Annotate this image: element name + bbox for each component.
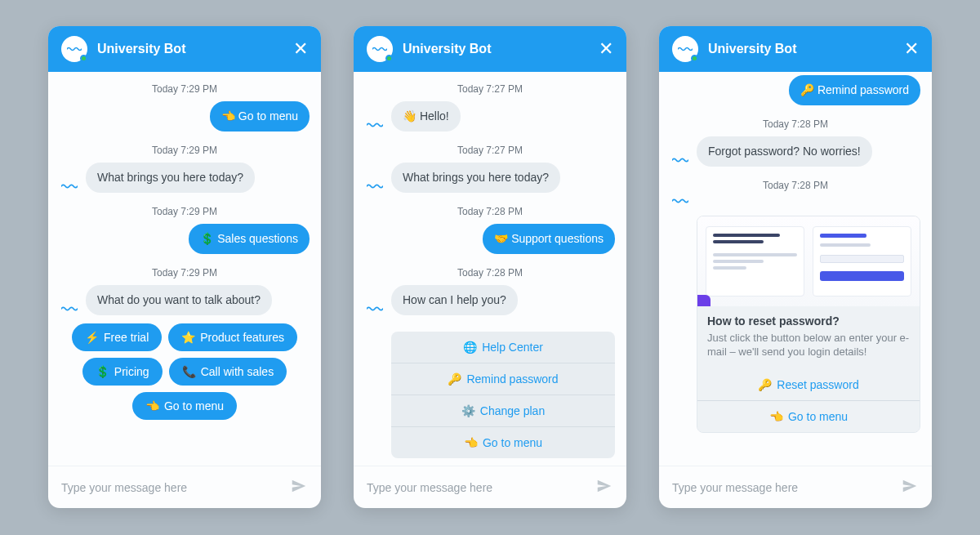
chat-header: University Bot ✕	[48, 26, 321, 72]
user-text: Remind password	[817, 83, 909, 96]
chat-body[interactable]: Today 7:29 PM 👈Go to menu Today 7:29 PM …	[48, 72, 321, 466]
bot-bubble: What brings you here today?	[391, 163, 560, 193]
emoji: 👈	[145, 399, 159, 412]
emoji: 👈	[769, 410, 783, 423]
emoji: 🔑	[758, 378, 772, 391]
send-button[interactable]	[595, 477, 613, 498]
bot-avatar	[672, 36, 698, 62]
chat-header: University Bot ✕	[354, 26, 626, 72]
bot-message-row	[670, 198, 920, 207]
bot-message-row: What do you want to talk about?	[60, 285, 310, 315]
timestamp: Today 7:28 PM	[365, 206, 615, 217]
timestamp: Today 7:29 PM	[60, 83, 310, 95]
quick-reply-chip[interactable]: 📞Call with sales	[169, 358, 287, 386]
bot-bubble: Forgot password? No worries!	[697, 136, 872, 167]
bot-message-row	[365, 320, 615, 323]
status-online-icon	[385, 55, 393, 62]
emoji: 👋	[403, 109, 416, 123]
status-online-icon	[80, 55, 87, 62]
chat-body[interactable]: 🔑Remind password Today 7:28 PM Forgot pa…	[659, 72, 932, 466]
user-text: Sales questions	[217, 232, 298, 245]
card-action-list: 🔑Reset password👈Go to menu	[697, 369, 920, 432]
message-input[interactable]	[367, 481, 595, 494]
quick-reply-chip[interactable]: ⚡Free trial	[72, 323, 162, 351]
quick-reply-chip[interactable]: ⭐Product features	[168, 323, 297, 351]
bot-text: What brings you here today?	[403, 171, 549, 184]
user-text: Support questions	[511, 232, 604, 245]
action-label: Go to menu	[788, 410, 848, 423]
bot-message-row: Forgot password? No worries!	[670, 136, 920, 167]
quick-reply-chip[interactable]: 👈Go to menu	[132, 392, 237, 420]
chat-widget: University Bot ✕ Today 7:27 PM 👋 Hello! …	[354, 26, 626, 508]
user-bubble: 👈Go to menu	[210, 101, 310, 132]
emoji: 🔑	[800, 83, 814, 96]
menu-option[interactable]: ⚙️Change plan	[391, 395, 615, 427]
chip-label: Call with sales	[201, 365, 274, 378]
bot-message-row: What brings you here today?	[60, 163, 310, 193]
bot-name: University Bot	[97, 42, 293, 56]
bot-avatar	[367, 36, 393, 62]
emoji: 👈	[221, 109, 235, 123]
menu-option[interactable]: 👈Go to menu	[391, 427, 615, 458]
quick-reply-group: ⚡Free trial⭐Product features💲Pricing📞Cal…	[60, 323, 310, 420]
bot-text: How can I help you?	[403, 293, 506, 306]
emoji: 🌐	[463, 341, 477, 354]
emoji: 🔑	[448, 372, 461, 386]
card-image-right	[813, 226, 911, 296]
menu-label: Change plan	[480, 404, 545, 417]
menu-label: Help Center	[482, 341, 543, 354]
user-bubble: 💲Sales questions	[189, 224, 310, 254]
card-body: How to reset password? Just click the bu…	[697, 306, 920, 369]
bot-avatar-small	[60, 305, 79, 312]
bot-avatar	[61, 36, 87, 62]
chat-widget: University Bot ✕ 🔑Remind password Today …	[659, 26, 932, 508]
menu-option[interactable]: 🔑Remind password	[391, 363, 615, 395]
bot-name: University Bot	[708, 42, 904, 56]
bot-bubble: How can I help you?	[391, 285, 518, 315]
bot-text: Hello!	[420, 109, 449, 123]
bot-text: Forgot password? No worries!	[708, 145, 861, 158]
composer	[659, 466, 932, 508]
bot-message-row: What brings you here today?	[365, 163, 615, 193]
timestamp: Today 7:29 PM	[60, 267, 310, 279]
bot-message-row: 👋 Hello!	[365, 101, 615, 132]
card-action[interactable]: 👈Go to menu	[697, 401, 920, 432]
bot-avatar-small	[365, 183, 385, 189]
bot-avatar-small	[670, 157, 690, 163]
user-bubble: 🔑Remind password	[789, 75, 920, 105]
user-bubble: 🤝Support questions	[483, 224, 615, 254]
emoji: 💲	[96, 365, 109, 378]
send-button[interactable]	[901, 477, 919, 498]
composer	[354, 466, 626, 508]
card-image-left	[706, 226, 804, 296]
message-input[interactable]	[672, 481, 901, 494]
bot-avatar-small	[60, 183, 79, 189]
bot-avatar-small	[365, 305, 385, 312]
user-message-row: 🔑Remind password	[670, 75, 920, 105]
close-button[interactable]: ✕	[293, 40, 308, 58]
emoji: ⚙️	[461, 404, 475, 417]
chat-widget: University Bot ✕ Today 7:29 PM 👈Go to me…	[48, 26, 321, 508]
card-image	[697, 216, 920, 306]
emoji: ⚡	[85, 331, 99, 344]
bot-text: What brings you here today?	[97, 171, 243, 184]
send-button[interactable]	[290, 477, 308, 498]
close-button[interactable]: ✕	[904, 40, 919, 58]
timestamp: Today 7:28 PM	[670, 118, 920, 130]
bot-avatar-small	[365, 122, 385, 128]
bot-message-row: How can I help you?	[365, 285, 615, 315]
action-label: Reset password	[777, 378, 858, 391]
chat-body[interactable]: Today 7:27 PM 👋 Hello! Today 7:27 PM Wha…	[354, 72, 626, 466]
info-card: How to reset password? Just click the bu…	[697, 216, 920, 433]
user-message-row: 💲Sales questions	[60, 224, 310, 254]
bot-name: University Bot	[403, 42, 599, 56]
message-input[interactable]	[61, 481, 290, 494]
card-description: Just click the button below an enter you…	[707, 331, 910, 359]
card-action[interactable]: 🔑Reset password	[697, 369, 920, 401]
emoji: 📞	[182, 365, 196, 378]
close-button[interactable]: ✕	[599, 40, 613, 58]
quick-reply-chip[interactable]: 💲Pricing	[82, 358, 163, 386]
menu-option[interactable]: 🌐Help Center	[391, 332, 615, 363]
emoji: ⭐	[181, 331, 195, 344]
status-online-icon	[691, 55, 698, 62]
